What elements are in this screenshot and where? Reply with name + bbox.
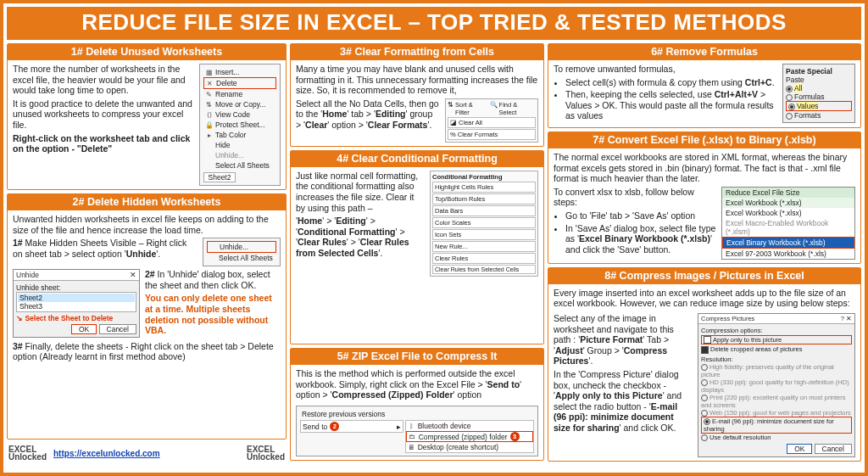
zip-icon: 🗀 bbox=[409, 433, 416, 440]
rename-icon: ✎ bbox=[205, 91, 213, 98]
unhide-dialog-illustration: Unhide✕ Unhide sheet: Sheet2 Sheet3 ↘ Se… bbox=[13, 269, 140, 338]
c4-text-1: Just like normal cell formatting, the co… bbox=[296, 171, 425, 213]
content-grid: 1# Delete Unused Worksheets The more the… bbox=[7, 43, 861, 461]
c2-step-2: 2# In 'Unhide' dialog box, select the sh… bbox=[145, 269, 281, 290]
c7-text-1: The normal excel workbooks are stored in… bbox=[554, 152, 855, 184]
c6-step-1: Select cell(s) with formula & copy them … bbox=[565, 77, 777, 88]
clear-formats-option: % Clear Formats bbox=[448, 129, 536, 140]
card-2-delete-hidden: 2# Delete Hidden Worksheets Unwanted hid… bbox=[7, 193, 287, 440]
step-2-badge: 2 bbox=[330, 422, 339, 431]
card-8-title: 8# Compress Images / Pictures in Excel bbox=[548, 268, 860, 284]
c2-text-intro: Unwanted hidden worksheets in excel file… bbox=[13, 214, 281, 235]
insert-icon: ▦ bbox=[205, 69, 213, 76]
card-4-conditional-formatting: 4# Clear Conditional Formatting Just lik… bbox=[290, 150, 544, 344]
menu-delete-highlighted: ✕Delete bbox=[203, 77, 276, 89]
close-icon: ✕ bbox=[130, 271, 136, 279]
ok-button: OK bbox=[71, 324, 97, 334]
cf-ribbon-illustration: Conditional Formatting Highlight Cells R… bbox=[430, 171, 538, 277]
context-menu-illustration: ▦Insert... ✕Delete ✎Rename ⇅Move or Copy… bbox=[199, 64, 281, 186]
c7-step-2: In 'Save As' dialog box, select file typ… bbox=[565, 223, 716, 255]
card-1-delete-unused: 1# Delete Unused Worksheets The more the… bbox=[7, 43, 287, 190]
card-6-remove-formulas: 6# Remove Formulas To remove unwanted fo… bbox=[548, 43, 861, 128]
card-7-title: 7# Convert Excel File (.xlsx) to Binary … bbox=[548, 132, 860, 148]
logo-right: EXCELUnlocked bbox=[247, 445, 285, 461]
card-6-title: 6# Remove Formulas bbox=[548, 44, 860, 60]
lock-icon: 🔒 bbox=[205, 121, 213, 129]
compress-pictures-dialog: Compress Pictures? ✕ Compression options… bbox=[698, 313, 855, 457]
cancel-button: Cancel bbox=[815, 444, 852, 454]
c8-text-1: Every image inserted into an excel works… bbox=[554, 288, 855, 309]
c8-text-3: In the 'Compress Picture' dialog box, un… bbox=[554, 369, 693, 434]
sheet-tab: Sheet2 bbox=[203, 172, 236, 182]
footer: EXCELUnlocked https://excelunlocked.com … bbox=[7, 445, 287, 461]
paste-special-illustration: Paste Special Paste All Formulas Values … bbox=[782, 64, 855, 123]
eraser-icon: ◪ bbox=[450, 119, 457, 126]
c1-text-3: Right-click on the worksheet tab and cli… bbox=[13, 133, 194, 154]
c3-text-2: Select all the No Data Cells, then go to… bbox=[296, 98, 440, 131]
card-5-zip: 5# ZIP Excel File to Compress It This is… bbox=[290, 348, 544, 461]
c2-warning: You can only delete one sheet at a time.… bbox=[145, 293, 281, 335]
c8-text-2: Select any of the image in worksheet and… bbox=[554, 313, 693, 367]
card-4-title: 4# Clear Conditional Formatting bbox=[291, 151, 543, 167]
c1-text-2: It is good practice to delete the unwant… bbox=[13, 98, 194, 131]
page-title: REDUCE FILE SIZE IN EXCEL – TOP TRIED & … bbox=[7, 7, 861, 40]
cancel-button: Cancel bbox=[99, 324, 136, 334]
c5-text-1: This is the method which is performed ou… bbox=[296, 368, 538, 400]
c2-step-1: 1# Make Hidden Sheets Visible – Right cl… bbox=[13, 238, 198, 259]
delete-icon: ✕ bbox=[206, 80, 214, 87]
ok-button: OK bbox=[787, 444, 812, 454]
step-3-badge: 3 bbox=[510, 432, 520, 441]
card-8-compress-images: 8# Compress Images / Pictures in Excel E… bbox=[548, 267, 861, 462]
saveas-list-illustration: Reduce Excel File Size Excel Workbook (*… bbox=[721, 187, 855, 260]
c3-text-1: Many a time you may have blank and unuse… bbox=[296, 64, 538, 96]
card-3-clear-formatting: 3# Clear Formatting from Cells Many a ti… bbox=[290, 43, 544, 147]
clear-ribbon-illustration: ⇅Sort & Filter 🔍Find & Select ◪ Clear Al… bbox=[445, 98, 538, 143]
site-url[interactable]: https://excelunlocked.com bbox=[53, 449, 160, 458]
c6-text-1: To remove unwanted formulas, bbox=[554, 64, 777, 75]
clear-rules-option: Clear Rules bbox=[432, 253, 536, 264]
c7-text-2: To convert xlsx to xlsb, follow below st… bbox=[554, 187, 716, 208]
card-5-title: 5# ZIP Excel File to Compress It bbox=[291, 349, 543, 365]
card-1-title: 1# Delete Unused Worksheets bbox=[8, 44, 286, 60]
card-2-title: 2# Delete Hidden Worksheets bbox=[8, 194, 286, 210]
c4-text-2: 'Home' > 'Editing' > 'Conditional Format… bbox=[296, 216, 425, 258]
card-7-binary: 7# Convert Excel File (.xlsx) to Binary … bbox=[548, 132, 861, 264]
c2-step-3: 3# Finally, delete the sheets - Right cl… bbox=[13, 341, 281, 362]
unhide-menu-illustration: Unhide... Select All Sheets bbox=[203, 238, 281, 266]
c6-step-2: Then, keeping the cells selected, use Ct… bbox=[565, 89, 777, 121]
card-3-title: 3# Clear Formatting from Cells bbox=[291, 44, 543, 60]
c1-text-1: The more the number of worksheets in the… bbox=[13, 64, 194, 96]
c7-step-1: Go to 'File' tab > 'Save As' option bbox=[565, 210, 716, 221]
sendto-menu-illustration: Restore previous versions Send to 2 ▸ ᛒB… bbox=[296, 406, 538, 456]
xlsb-option-highlighted: Excel Binary Workbook (*.xlsb) bbox=[722, 237, 854, 249]
logo-left: EXCELUnlocked bbox=[8, 445, 47, 461]
